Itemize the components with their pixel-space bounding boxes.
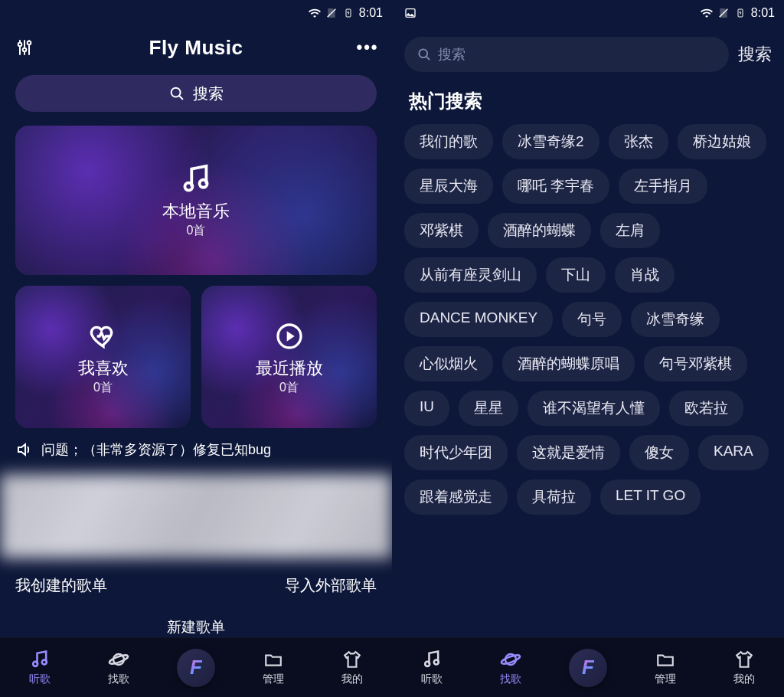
hot-tag[interactable]: 这就是爱情 [517,435,620,470]
search-placeholder: 搜索 [438,45,466,64]
nav-player[interactable]: F [177,649,215,687]
nav-mine[interactable]: 我的 [331,649,374,686]
wifi-icon [309,7,321,19]
card-favorites[interactable]: 我喜欢 0首 [15,286,191,428]
wifi-icon [701,7,713,19]
planet-icon [500,649,521,670]
nav-manage[interactable]: 管理 [252,649,295,686]
screen-home: 8:01 Fly Music ••• 搜索 本地音乐 0首 [0,0,392,697]
hot-tag[interactable]: 谁不渴望有人懂 [528,391,660,426]
bottom-nav: 听歌 找歌 F 管理 我的 [392,637,784,697]
svg-point-11 [109,653,129,665]
search-label: 搜索 [193,83,224,104]
search-bar[interactable]: 搜索 [15,75,377,112]
hot-tag[interactable]: 跟着感觉走 [404,479,508,515]
app-title: Fly Music [40,36,352,60]
hot-tag[interactable]: 酒醉的蝴蝶原唱 [502,346,635,381]
hot-tag[interactable]: 欧若拉 [669,391,743,426]
hot-tag[interactable]: 心似烟火 [404,346,493,381]
hot-tag[interactable]: 邓紫棋 [404,213,479,248]
ad-banner[interactable] [0,474,392,558]
hot-tag[interactable]: 冰雪奇缘 [631,302,720,337]
hot-tag[interactable]: 肖战 [615,257,675,293]
nav-label: 我的 [733,672,755,686]
headphones-icon [29,649,51,670]
nav-label: 管理 [655,672,676,686]
nav-listen[interactable]: 听歌 [18,649,61,686]
search-icon [168,85,185,102]
card-local-sub: 0首 [187,223,206,239]
nav-find[interactable]: 找歌 [489,649,532,686]
card-local-music[interactable]: 本地音乐 0首 [15,126,377,275]
hot-tag[interactable]: 冰雪奇缘2 [502,124,599,159]
hot-tag[interactable]: 从前有座灵剑山 [404,257,537,293]
play-circle-icon [272,319,307,354]
home-main: 本地音乐 0首 我喜欢 0首 最近播放 0首 问题 [0,118,392,637]
hot-tag[interactable]: 我们的歌 [404,124,493,159]
search-button[interactable]: 搜索 [738,43,772,66]
hot-tag[interactable]: IU [404,391,449,426]
hot-tag[interactable]: LET IT GO [600,479,701,515]
svg-point-6 [200,180,207,188]
hot-tag[interactable]: 星辰大海 [404,169,493,204]
notice-bar[interactable]: 问题；（非常多资源了）修复已知bug [15,439,377,460]
hot-tag[interactable]: 具荷拉 [517,479,591,515]
playlist-header: 我创建的歌单 导入外部歌单 [15,575,377,596]
nav-label: 听歌 [29,672,51,686]
svg-point-15 [425,662,430,666]
hot-tags: 我们的歌冰雪奇缘2张杰桥边姑娘星辰大海哪吒 李宇春左手指月邓紫棋酒醉的蝴蝶左肩从… [392,121,784,518]
new-playlist-button[interactable]: 新建歌单 [15,617,377,637]
card-recent[interactable]: 最近播放 0首 [201,286,377,428]
hot-tag[interactable]: 张杰 [609,124,668,159]
app-logo-icon: F [582,656,594,679]
status-time: 8:01 [751,6,775,20]
nav-mine[interactable]: 我的 [723,649,766,686]
svg-point-8 [33,662,38,666]
shirt-icon [733,649,755,670]
hot-tag[interactable]: 哪吒 李宇春 [502,169,609,204]
battery-charging-icon [734,7,746,19]
app-logo-icon: F [190,656,202,679]
card-recent-sub: 0首 [279,380,299,396]
search-topbar: 搜索 搜索 [392,26,784,80]
svg-point-18 [501,653,521,665]
app-header: Fly Music ••• [0,26,392,69]
card-fav-sub: 0首 [93,380,113,396]
search-input[interactable]: 搜索 [404,37,729,72]
folder-icon [655,649,676,670]
hot-tag[interactable]: DANCE MONKEY [404,302,553,337]
card-fav-title: 我喜欢 [78,357,129,380]
shirt-icon [341,649,363,670]
screen-search: 8:01 搜索 搜索 热门搜索 我们的歌冰雪奇缘2张杰桥边姑娘星辰大海哪吒 李宇… [392,0,784,697]
sim-off-icon [325,7,338,19]
hot-tag[interactable]: 左手指月 [619,169,707,204]
more-icon[interactable]: ••• [358,38,377,57]
hot-tag[interactable]: 时代少年团 [404,435,508,470]
hot-tag[interactable]: KARA [698,435,769,470]
status-bar: 8:01 [392,0,784,26]
my-playlists-label[interactable]: 我创建的歌单 [15,575,107,596]
import-playlist-label[interactable]: 导入外部歌单 [285,575,377,596]
sim-off-icon [717,7,730,19]
music-note-icon [178,162,214,197]
equalizer-icon[interactable] [15,38,34,57]
headphones-icon [421,649,443,670]
hot-tag[interactable]: 桥边姑娘 [678,124,766,159]
search-icon [416,47,432,62]
svg-point-2 [23,48,27,52]
hot-tag[interactable]: 星星 [459,391,518,426]
hot-tag[interactable]: 左肩 [600,213,660,248]
nav-manage[interactable]: 管理 [644,649,687,686]
hot-tag[interactable]: 句号 [562,302,622,337]
hot-tag[interactable]: 傻女 [629,435,689,470]
nav-find[interactable]: 找歌 [97,649,140,686]
hot-tag[interactable]: 下山 [546,257,606,293]
nav-player[interactable]: F [569,649,607,687]
picture-icon [404,7,416,19]
battery-charging-icon [342,7,354,19]
hot-tag[interactable]: 句号邓紫棋 [644,346,747,381]
notice-text: 问题；（非常多资源了）修复已知bug [41,440,271,459]
nav-label: 我的 [341,672,363,686]
hot-tag[interactable]: 酒醉的蝴蝶 [488,213,591,248]
nav-listen[interactable]: 听歌 [410,649,453,686]
